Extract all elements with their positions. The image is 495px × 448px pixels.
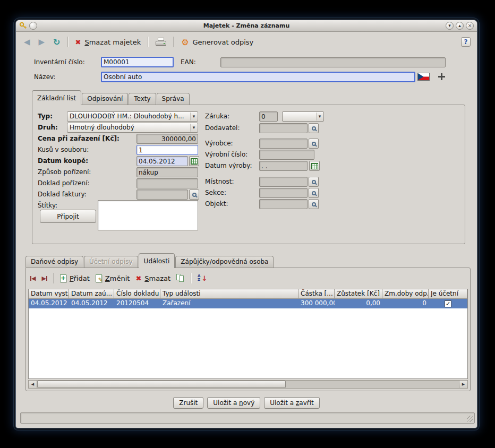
delete-asset-label: Smazat majetek bbox=[84, 38, 141, 46]
inventory-number-input[interactable] bbox=[101, 57, 174, 67]
object-input[interactable] bbox=[259, 199, 308, 209]
forward-button[interactable]: ▶ bbox=[37, 36, 47, 48]
chevron-down-icon: ▾ bbox=[190, 113, 197, 120]
window-menu-button[interactable] bbox=[29, 22, 37, 30]
room-lookup-button[interactable] bbox=[309, 177, 319, 187]
first-record-button[interactable]: ◀ bbox=[30, 275, 36, 282]
production-date-calendar-button[interactable] bbox=[309, 161, 320, 171]
footer-button-row: Zrušit Uložit a nový Uložit a zavřít bbox=[18, 397, 475, 409]
tab-udalosti[interactable]: Události bbox=[139, 253, 175, 268]
toolbar-separator bbox=[173, 37, 174, 47]
warranty-unit-combobox[interactable]: ▾ bbox=[282, 111, 324, 122]
czech-flag-icon[interactable] bbox=[417, 73, 430, 81]
tab-odpisovani[interactable]: Odpisování bbox=[82, 93, 128, 105]
tab-zapujcky[interactable]: Zápůjčky/odpovědná osoba bbox=[175, 256, 274, 268]
scroll-right-button[interactable]: ▶ bbox=[459, 381, 467, 388]
tab-sprava[interactable]: Správa bbox=[157, 93, 190, 105]
cell-castka: 300 000,00 bbox=[298, 299, 335, 308]
window-key-icon bbox=[19, 22, 27, 30]
add-translation-icon[interactable] bbox=[438, 73, 445, 80]
invoice-document-lookup-button[interactable] bbox=[189, 189, 199, 200]
sort-button[interactable]: AZ ↓ bbox=[198, 274, 207, 282]
name-input[interactable] bbox=[101, 72, 415, 82]
main-toolbar: ◀ ▶ ↻ ✖ Smazat majetek ⚙ Generovat odpis… bbox=[22, 35, 471, 49]
window-title: Majetek - Změna záznamu bbox=[16, 22, 477, 29]
acquisition-method-label: Způsob pořízení: bbox=[38, 167, 91, 177]
generate-depreciation-button[interactable]: ⚙ Generovat odpisy bbox=[180, 36, 255, 48]
titlebar[interactable]: Majetek - Změna záznamu ▾ ▴ × bbox=[16, 20, 477, 32]
tab-zakladni-list[interactable]: Základní list bbox=[32, 90, 81, 105]
last-record-icon: ▶ bbox=[41, 275, 47, 282]
scroll-track[interactable] bbox=[37, 381, 459, 388]
tab-danove-odpisy[interactable]: Daňové odpisy bbox=[25, 256, 83, 268]
section-input[interactable] bbox=[259, 188, 308, 198]
print-button[interactable] bbox=[154, 37, 168, 47]
je-ucetni-checkbox-checked[interactable]: ✓ bbox=[445, 300, 451, 307]
kind-combobox[interactable]: Hmotný dlouhodobý ▾ bbox=[67, 123, 198, 133]
col-header-typ-udalosti[interactable]: Typ události bbox=[160, 289, 298, 299]
search-icon bbox=[192, 193, 197, 197]
object-lookup-button[interactable] bbox=[309, 199, 319, 209]
delete-event-button[interactable]: ✖ Smazat bbox=[135, 274, 170, 282]
warranty-input[interactable] bbox=[259, 111, 278, 122]
save-and-close-button[interactable]: Uložit a zavřít bbox=[264, 397, 320, 409]
table-row-selected[interactable]: 04.05.2012 04.05.2012 20120504 Zařazení … bbox=[29, 299, 467, 308]
section-lookup-button[interactable] bbox=[309, 188, 319, 198]
pieces-input[interactable] bbox=[136, 145, 198, 155]
tab-ucetni-odpisy: Účetní odpisy bbox=[84, 256, 138, 268]
back-button[interactable]: ◀ bbox=[22, 36, 32, 48]
serial-number-label: Výrobní číslo: bbox=[205, 150, 248, 160]
type-combobox[interactable]: DLOUHODOBÝ HM.: Dlouhodobý h... ▾ bbox=[67, 111, 198, 122]
object-label: Objekt: bbox=[205, 199, 228, 209]
attach-tag-button[interactable]: Připojit bbox=[40, 210, 96, 223]
col-header-zustatek[interactable]: Zůstatek [Kč] bbox=[335, 289, 382, 299]
manufacturer-input[interactable] bbox=[259, 139, 308, 149]
cell-datum-vyst: 04.05.2012 bbox=[29, 299, 69, 308]
invoice-document-input[interactable] bbox=[136, 189, 188, 200]
help-button[interactable]: ? bbox=[461, 37, 471, 47]
purchase-date-calendar-button[interactable] bbox=[189, 156, 199, 166]
tags-box[interactable] bbox=[98, 200, 198, 230]
purchase-date-input[interactable] bbox=[136, 156, 188, 166]
production-date-input[interactable] bbox=[259, 161, 308, 171]
col-header-je-ucetni[interactable]: Je účetní bbox=[429, 289, 467, 299]
edit-event-button[interactable]: ✎ Změnit bbox=[96, 274, 130, 282]
horizontal-scrollbar[interactable]: ◀ ▶ bbox=[28, 380, 468, 389]
col-header-castka[interactable]: Částka [... bbox=[298, 289, 335, 299]
tab-texty[interactable]: Texty bbox=[129, 93, 156, 105]
supplier-input[interactable] bbox=[259, 123, 308, 133]
resize-grip[interactable] bbox=[467, 416, 473, 422]
col-header-datum-zau[interactable]: Datum zaú... bbox=[69, 289, 114, 299]
price-input[interactable] bbox=[136, 134, 198, 144]
manufacturer-lookup-button[interactable] bbox=[309, 139, 319, 149]
delete-asset-button[interactable]: ✖ Smazat majetek bbox=[74, 37, 143, 47]
sort-icon: AZ ↓ bbox=[198, 274, 207, 282]
supplier-lookup-button[interactable] bbox=[309, 123, 319, 133]
section-label: Sekce: bbox=[205, 188, 226, 198]
serial-number-input[interactable] bbox=[259, 150, 314, 160]
room-input[interactable] bbox=[259, 177, 308, 187]
scroll-left-button[interactable]: ◀ bbox=[29, 381, 37, 388]
edit-document-icon: ✎ bbox=[96, 274, 102, 282]
last-record-button[interactable]: ▶ bbox=[41, 275, 47, 282]
col-header-cislo-dokladu[interactable]: Číslo dokladu bbox=[114, 289, 160, 299]
col-header-zm-doby[interactable]: Zm.doby odp. bbox=[382, 289, 429, 299]
col-header-datum-vyst[interactable]: Datum vyst. bbox=[29, 289, 69, 299]
ean-input[interactable] bbox=[220, 57, 446, 67]
acquisition-document-input[interactable] bbox=[136, 178, 198, 188]
copy-event-button[interactable] bbox=[176, 274, 185, 282]
scroll-thumb[interactable] bbox=[37, 381, 286, 388]
kind-label: Druh: bbox=[38, 123, 58, 133]
refresh-button[interactable]: ↻ bbox=[52, 36, 62, 48]
cell-zustatek: 0,00 bbox=[335, 299, 382, 308]
search-icon bbox=[312, 180, 316, 184]
cancel-button[interactable]: Zrušit bbox=[173, 397, 203, 409]
type-value: DLOUHODOBÝ HM.: Dlouhodobý h... bbox=[70, 113, 184, 120]
minimize-button[interactable]: ▾ bbox=[446, 22, 454, 30]
close-button[interactable]: × bbox=[466, 22, 474, 30]
save-and-new-button[interactable]: Uložit a nový bbox=[207, 397, 260, 409]
acquisition-method-input[interactable] bbox=[136, 167, 198, 177]
maximize-button[interactable]: ▴ bbox=[456, 22, 464, 30]
add-event-button[interactable]: + Přidat bbox=[60, 274, 90, 282]
warranty-label: Záruka: bbox=[205, 111, 229, 122]
